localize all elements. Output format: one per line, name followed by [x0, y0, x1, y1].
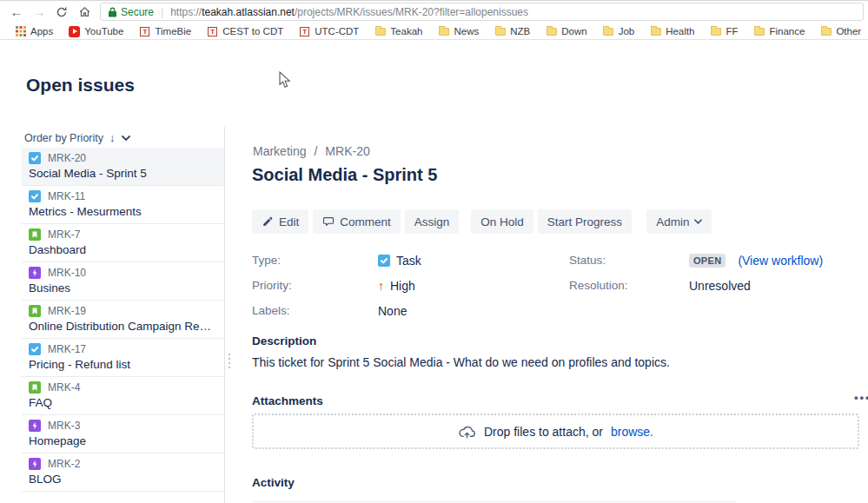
- browser-nav-row: ← → Secure | https://teakah.atlassian.ne…: [0, 1, 868, 23]
- bookmark-item[interactable]: T Finance: [745, 26, 812, 37]
- priority-high-icon: ↑: [378, 279, 384, 293]
- start-progress-button[interactable]: Start Progress: [538, 209, 632, 234]
- breadcrumb-issue-link[interactable]: MRK-20: [325, 144, 369, 158]
- bookmark-item[interactable]: T CEST to CDT: [199, 26, 291, 37]
- story-icon: [30, 307, 39, 315]
- labels-field: Labels: None: [252, 303, 407, 318]
- start-progress-button-label: Start Progress: [547, 215, 622, 228]
- folder-icon: [603, 28, 613, 36]
- secure-label: Secure: [121, 6, 154, 18]
- issue-key: MRK-4: [48, 381, 80, 394]
- bookmark-label: Health: [666, 26, 694, 36]
- back-icon[interactable]: ←: [5, 3, 28, 22]
- type-value: Task: [378, 254, 421, 268]
- browser-chrome: ← → Secure | https://teakah.atlassian.ne…: [0, 0, 868, 40]
- issue-list-item[interactable]: MRK-19 Online Distribution Campaign Requ…: [22, 301, 224, 339]
- bookmark-icon: T: [438, 26, 449, 37]
- task-icon: [30, 192, 39, 201]
- status-label: Status:: [569, 254, 689, 267]
- issue-list-item[interactable]: MRK-20 Social Media - Sprint 5: [22, 148, 224, 186]
- bookmark-item[interactable]: T Health: [642, 26, 702, 37]
- breadcrumb-project-link[interactable]: Marketing: [253, 144, 306, 158]
- issue-key: MRK-7: [48, 228, 80, 241]
- comment-button[interactable]: Comment: [313, 209, 401, 234]
- issue-list-item[interactable]: MRK-3 Homepage: [22, 415, 224, 453]
- status-field: Status: OPEN (View workflow): [569, 253, 823, 268]
- type-field: Type: Task: [252, 253, 421, 268]
- admin-button-label: Admin: [656, 215, 689, 228]
- bookmark-item[interactable]: T Other: [812, 26, 868, 37]
- bookmark-label: TimeBie: [155, 26, 191, 36]
- resolution-field: Resolution: Unresolved: [569, 278, 751, 293]
- issue-list-item[interactable]: MRK-2 BLOG: [22, 453, 224, 492]
- issue-type-icon: [29, 152, 41, 164]
- bookmark-label: Finance: [769, 26, 805, 36]
- home-icon[interactable]: [73, 3, 96, 22]
- issue-list-item[interactable]: MRK-10 Busines: [22, 262, 224, 301]
- bookmark-icon: T: [139, 26, 150, 37]
- bookmark-item[interactable]: T Teakah: [367, 26, 430, 37]
- sort-direction-icon[interactable]: ↓: [109, 131, 116, 144]
- pencil-icon: [262, 215, 274, 228]
- activity-heading: Activity: [252, 476, 295, 489]
- task-icon: [30, 345, 39, 354]
- bookmark-item[interactable]: T FF: [702, 26, 745, 37]
- assign-button[interactable]: Assign: [405, 209, 460, 234]
- attachments-more-menu-icon[interactable]: •••: [854, 391, 868, 404]
- bookmark-icon: T: [299, 26, 310, 37]
- issue-list-item[interactable]: MRK-4 FAQ: [22, 377, 224, 415]
- status-badge: OPEN: [689, 254, 726, 268]
- attachment-dropzone[interactable]: Drop files to attach, or browse.: [252, 414, 859, 449]
- chevron-down-icon[interactable]: [122, 136, 130, 141]
- priority-label: Priority:: [252, 279, 378, 292]
- sidebar-resize-handle[interactable]: [229, 354, 230, 368]
- resolution-value: Unresolved: [689, 279, 751, 293]
- issue-key: MRK-2: [48, 458, 80, 470]
- bookmark-item[interactable]: T NZB: [487, 26, 538, 37]
- issue-type-icon: [29, 190, 41, 202]
- order-by-control[interactable]: Order by Priority ↓: [24, 131, 130, 144]
- address-bar[interactable]: Secure | https://teakah.atlassian.net/pr…: [100, 3, 864, 21]
- on-hold-button[interactable]: On Hold: [471, 209, 533, 234]
- issue-key: MRK-19: [48, 305, 86, 317]
- bookmark-label: Teakah: [390, 26, 422, 36]
- bookmark-item[interactable]: T YouTube: [61, 26, 131, 37]
- bookmark-item[interactable]: T Job: [595, 26, 643, 37]
- issue-key: MRK-20: [48, 152, 86, 164]
- bookmark-label: YouTube: [84, 26, 123, 36]
- labels-value: None: [378, 304, 407, 318]
- labels-label: Labels:: [252, 304, 378, 317]
- refresh-icon[interactable]: [50, 3, 73, 22]
- folder-icon: [754, 28, 765, 36]
- bookmark-label: CEST to CDT: [222, 26, 283, 36]
- edit-button-label: Edit: [279, 215, 299, 228]
- admin-dropdown-button[interactable]: Admin: [646, 209, 712, 234]
- bookmark-item[interactable]: T News: [430, 26, 487, 37]
- edit-button[interactable]: Edit: [252, 209, 308, 234]
- epic-icon: [30, 421, 39, 430]
- issue-title: Homepage: [29, 434, 217, 447]
- priority-value: ↑ High: [378, 279, 415, 293]
- secure-indicator[interactable]: Secure: [109, 6, 154, 18]
- chevron-down-icon: [694, 219, 702, 224]
- folder-icon: [821, 28, 832, 36]
- attachments-heading: Attachments: [252, 394, 323, 407]
- issue-list-item[interactable]: MRK-17 Pricing - Refund list: [22, 339, 224, 377]
- browse-link[interactable]: browse.: [611, 425, 653, 439]
- issue-type-icon: [29, 305, 41, 317]
- bookmark-item[interactable]: T TimeBie: [131, 26, 199, 37]
- bookmark-item[interactable]: T Apps: [7, 26, 61, 37]
- comment-bubble-icon: [322, 215, 335, 228]
- bookmark-icon: T: [494, 26, 506, 37]
- view-workflow-link[interactable]: (View workflow): [738, 254, 823, 268]
- youtube-icon: [69, 26, 80, 37]
- issue-list-item[interactable]: MRK-7 Dashboard: [22, 224, 224, 262]
- issue-list-item[interactable]: MRK-11 Metrics - Mesurments: [22, 186, 224, 224]
- page-title: Open issues: [26, 75, 135, 96]
- url-scheme: https://: [170, 6, 202, 18]
- address-separator: |: [161, 6, 163, 18]
- bookmark-label: Down: [561, 26, 586, 36]
- folder-icon: [375, 28, 386, 36]
- bookmark-item[interactable]: T Down: [538, 26, 594, 37]
- bookmark-item[interactable]: T UTC-CDT: [291, 26, 367, 37]
